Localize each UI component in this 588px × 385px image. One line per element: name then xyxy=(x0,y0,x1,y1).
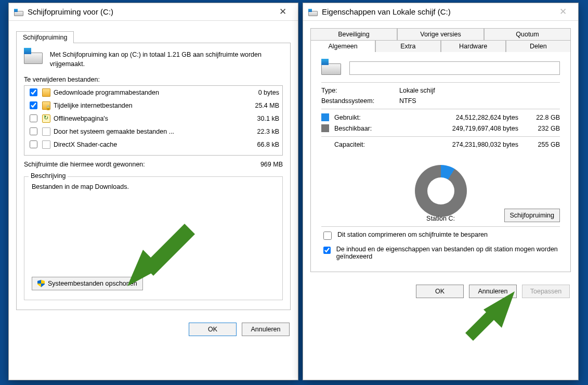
used-gb: 22.8 GB xyxy=(518,114,560,121)
intro-text: Met Schijfopruiming kan op (C:) in totaa… xyxy=(50,50,283,69)
compress-label: Dit station comprimeren om schijfruimte … xyxy=(337,231,488,238)
page-icon xyxy=(42,127,50,136)
tabstrip: Schijfopruiming xyxy=(16,29,291,43)
item-checkbox[interactable] xyxy=(30,127,37,135)
tabpanel-general: Type: Lokale schijf Bestandssysteem: NTF… xyxy=(310,52,571,272)
window-title: Eigenschappen van Lokale schijf (C:) xyxy=(322,7,551,16)
capacity-gb: 255 GB xyxy=(518,141,560,148)
ok-button[interactable]: OK xyxy=(416,285,464,298)
tab-tools[interactable]: Extra xyxy=(375,40,440,52)
item-name: Offlinewebpagina's xyxy=(54,115,234,122)
volume-name-input[interactable] xyxy=(349,61,560,75)
used-bytes: 24,512,282,624 bytes xyxy=(391,114,518,121)
usage-donut-chart xyxy=(415,165,467,217)
item-name: DirectX Shader-cache xyxy=(54,141,234,148)
tabpanel: Met Schijfopruiming kan op (C:) in totaa… xyxy=(16,43,291,310)
capacity-bytes: 274,231,980,032 bytes xyxy=(391,141,518,148)
description-legend: Beschrijving xyxy=(29,172,68,179)
type-value: Lokale schijf xyxy=(399,87,435,94)
window-title: Schijfopruiming voor (C:) xyxy=(28,7,271,16)
close-icon[interactable]: ✕ xyxy=(271,4,295,20)
gain-label: Schijfruimte die hiermee wordt gewonnen: xyxy=(24,161,260,168)
item-name: Door het systeem gemaakte bestanden ... xyxy=(54,128,234,135)
list-item[interactable]: Tijdelijke internetbestanden 25.4 MB xyxy=(24,99,282,112)
tab-cleanup[interactable]: Schijfopruiming xyxy=(16,31,74,43)
list-item[interactable]: Door het systeem gemaakte bestanden ... … xyxy=(24,125,282,138)
free-label: Beschikbaar: xyxy=(334,125,391,132)
drive-icon xyxy=(24,53,43,64)
compress-checkbox[interactable] xyxy=(323,232,332,240)
drive-properties-window: Eigenschappen van Lokale schijf (C:) ✕ B… xyxy=(303,3,579,380)
disk-cleanup-button[interactable]: Schijfopruiming xyxy=(504,209,560,222)
item-size: 66.8 kB xyxy=(238,141,279,148)
used-label: Gebruikt: xyxy=(334,114,391,121)
clean-system-files-button[interactable]: Systeembestanden opschonen xyxy=(32,277,143,290)
close-icon[interactable]: ✕ xyxy=(551,4,575,20)
item-checkbox[interactable] xyxy=(30,140,37,148)
station-label: Station C: xyxy=(426,215,455,222)
clean-system-files-label: Systeembestanden opschonen xyxy=(48,280,137,287)
tab-security[interactable]: Beveiliging xyxy=(310,28,397,40)
titlebar[interactable]: Eigenschappen van Lokale schijf (C:) ✕ xyxy=(303,3,578,21)
item-size: 30.1 kB xyxy=(238,115,279,122)
index-label: De inhoud en de eigenschappen van bestan… xyxy=(336,246,560,260)
gain-value: 969 MB xyxy=(260,161,283,168)
item-size: 22.3 kB xyxy=(238,128,279,135)
file-list[interactable]: Gedownloade programmabestanden 0 bytes T… xyxy=(24,85,283,156)
item-size: 25.4 MB xyxy=(238,102,279,109)
used-swatch xyxy=(321,113,329,121)
tabstrip: Beveiliging Vorige versies Quotum Algeme… xyxy=(310,28,571,52)
drive-icon xyxy=(321,63,341,75)
tab-previous-versions[interactable]: Vorige versies xyxy=(397,28,484,40)
folder-icon xyxy=(42,88,50,97)
tab-general[interactable]: Algemeen xyxy=(310,40,375,52)
item-size: 0 bytes xyxy=(238,89,279,96)
free-gb: 232 GB xyxy=(518,125,560,132)
tab-sharing[interactable]: Delen xyxy=(506,40,571,52)
item-checkbox[interactable] xyxy=(30,101,37,109)
disk-cleanup-window: Schijfopruiming voor (C:) ✕ Schijfopruim… xyxy=(8,3,298,380)
cancel-button[interactable]: Annuleren xyxy=(469,285,517,298)
tab-hardware[interactable]: Hardware xyxy=(441,40,506,52)
shield-icon xyxy=(37,280,45,287)
drive-icon xyxy=(14,7,23,17)
list-item[interactable]: DirectX Shader-cache 66.8 kB xyxy=(24,138,282,151)
description-text: Bestanden in de map Downloads. xyxy=(32,183,275,190)
drive-icon xyxy=(308,7,318,17)
item-name: Tijdelijke internetbestanden xyxy=(54,102,234,109)
offline-icon xyxy=(42,114,50,123)
description-group: Beschrijving Bestanden in de map Downloa… xyxy=(24,176,283,300)
free-bytes: 249,719,697,408 bytes xyxy=(391,125,518,132)
free-swatch xyxy=(321,124,329,132)
fs-label: Bestandssysteem: xyxy=(321,97,399,105)
apply-button[interactable]: Toepassen xyxy=(522,285,570,298)
titlebar[interactable]: Schijfopruiming voor (C:) ✕ xyxy=(9,3,298,21)
index-checkbox[interactable] xyxy=(323,246,331,254)
tab-quota[interactable]: Quotum xyxy=(484,28,571,40)
files-label: Te verwijderen bestanden: xyxy=(24,76,283,83)
page-icon xyxy=(42,140,50,149)
fs-value: NTFS xyxy=(399,97,416,105)
type-label: Type: xyxy=(321,87,399,94)
capacity-label: Capaciteit: xyxy=(334,141,391,148)
item-name: Gedownloade programmabestanden xyxy=(54,89,234,96)
list-item[interactable]: Gedownloade programmabestanden 0 bytes xyxy=(24,86,282,99)
item-checkbox[interactable] xyxy=(30,114,37,122)
cancel-button[interactable]: Annuleren xyxy=(242,323,290,336)
item-checkbox[interactable] xyxy=(30,88,37,96)
folder-lock-icon xyxy=(42,101,50,110)
ok-button[interactable]: OK xyxy=(189,323,237,336)
list-item[interactable]: Offlinewebpagina's 30.1 kB xyxy=(24,112,282,125)
